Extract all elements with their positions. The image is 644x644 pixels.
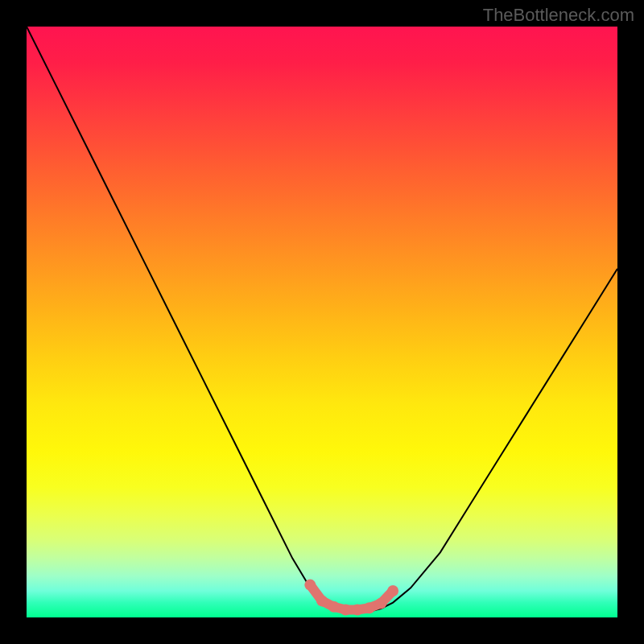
- marker-dot: [316, 595, 328, 606]
- marker-dot: [387, 585, 398, 597]
- bottleneck-curve: [27, 27, 617, 612]
- marker-dot: [304, 580, 316, 591]
- optimal-range-markers: [304, 580, 398, 616]
- marker-dot: [328, 601, 340, 613]
- chart-plot-area: [27, 27, 617, 617]
- watermark-text: TheBottleneck.com: [483, 5, 634, 26]
- marker-dot: [340, 605, 351, 616]
- marker-dot: [352, 605, 363, 616]
- marker-dot: [364, 602, 375, 613]
- marker-dot: [375, 597, 386, 609]
- chart-curve-svg: [27, 27, 617, 617]
